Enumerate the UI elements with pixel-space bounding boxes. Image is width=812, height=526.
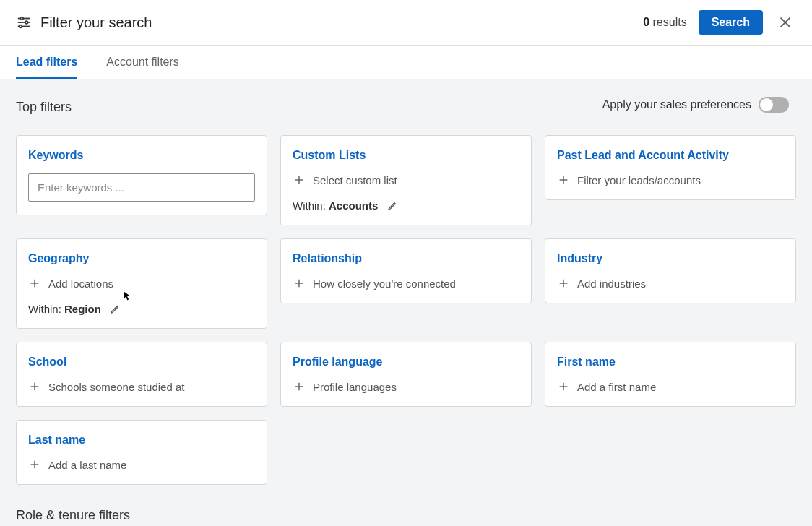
results-count: 0 bbox=[643, 16, 649, 28]
last-name-add[interactable]: Add a last name bbox=[28, 458, 255, 471]
pencil-icon[interactable] bbox=[386, 200, 398, 212]
card-first-name: First name Add a first name bbox=[545, 342, 796, 407]
header-left: Filter your search bbox=[16, 14, 152, 31]
industry-add-label: Add industries bbox=[577, 277, 646, 290]
plus-icon bbox=[557, 173, 570, 186]
card-title-keywords: Keywords bbox=[28, 149, 255, 162]
results-label: results bbox=[653, 16, 687, 28]
apply-preferences-label: Apply your sales preferences bbox=[602, 98, 751, 111]
within-value: Accounts bbox=[329, 199, 378, 212]
relationship-add-label: How closely you're connected bbox=[313, 277, 456, 290]
card-custom-lists: Custom Lists Select custom list Within: … bbox=[280, 135, 532, 225]
results-text: 0 results bbox=[643, 16, 686, 29]
plus-icon bbox=[28, 458, 41, 471]
filter-grid: Keywords Custom Lists Select custom list… bbox=[16, 135, 796, 485]
svg-point-1 bbox=[20, 17, 23, 20]
custom-lists-add[interactable]: Select custom list bbox=[293, 173, 519, 186]
card-title-profile-language: Profile language bbox=[293, 355, 519, 368]
geography-add-label: Add locations bbox=[48, 277, 113, 290]
profile-language-add-label: Profile languages bbox=[313, 381, 397, 393]
past-activity-add[interactable]: Filter your leads/accounts bbox=[557, 173, 784, 186]
card-title-past-activity: Past Lead and Account Activity bbox=[557, 149, 784, 162]
tab-lead-filters[interactable]: Lead filters bbox=[16, 46, 77, 79]
school-add[interactable]: Schools someone studied at bbox=[28, 380, 255, 393]
content: Top filters Apply your sales preferences… bbox=[0, 79, 812, 526]
tabs: Lead filters Account filters bbox=[0, 46, 812, 79]
card-title-relationship: Relationship bbox=[293, 252, 519, 265]
toggle-knob bbox=[760, 98, 773, 111]
header-right: 0 results Search bbox=[643, 10, 796, 35]
keywords-input[interactable] bbox=[28, 173, 255, 202]
section-title-role-tenure: Role & tenure filters bbox=[16, 508, 796, 523]
card-title-geography: Geography bbox=[28, 252, 255, 265]
industry-add[interactable]: Add industries bbox=[557, 277, 784, 290]
search-button[interactable]: Search bbox=[699, 10, 763, 35]
school-add-label: Schools someone studied at bbox=[48, 381, 184, 393]
plus-icon bbox=[557, 380, 570, 393]
custom-lists-add-label: Select custom list bbox=[313, 174, 397, 186]
within-label: Within: bbox=[28, 303, 61, 315]
card-title-industry: Industry bbox=[557, 252, 784, 265]
plus-icon bbox=[28, 277, 41, 290]
profile-language-add[interactable]: Profile languages bbox=[293, 380, 519, 393]
prefs-row: Top filters Apply your sales preferences bbox=[16, 94, 796, 115]
card-industry: Industry Add industries bbox=[545, 238, 796, 303]
tab-account-filters[interactable]: Account filters bbox=[106, 46, 178, 79]
card-last-name: Last name Add a last name bbox=[16, 420, 267, 485]
close-button[interactable] bbox=[774, 12, 796, 33]
card-profile-language: Profile language Profile languages bbox=[280, 342, 532, 407]
within-value: Region bbox=[64, 303, 101, 315]
card-title-custom-lists: Custom Lists bbox=[293, 149, 519, 162]
plus-icon bbox=[293, 173, 306, 186]
apply-preferences: Apply your sales preferences bbox=[602, 97, 789, 113]
past-activity-add-label: Filter your leads/accounts bbox=[577, 174, 701, 186]
plus-icon bbox=[293, 380, 306, 393]
geography-within: Within: Region bbox=[28, 303, 255, 315]
pencil-icon[interactable] bbox=[110, 303, 121, 315]
card-title-school: School bbox=[28, 355, 255, 368]
relationship-add[interactable]: How closely you're connected bbox=[293, 277, 519, 290]
geography-add[interactable]: Add locations bbox=[28, 277, 255, 290]
custom-lists-within: Within: Accounts bbox=[293, 199, 519, 212]
page-title: Filter your search bbox=[40, 14, 152, 31]
first-name-add-label: Add a first name bbox=[577, 381, 656, 393]
card-keywords: Keywords bbox=[16, 135, 267, 215]
card-relationship: Relationship How closely you're connecte… bbox=[280, 238, 532, 303]
within-label: Within: bbox=[293, 199, 326, 212]
card-title-last-name: Last name bbox=[28, 434, 255, 447]
card-school: School Schools someone studied at bbox=[16, 342, 267, 407]
first-name-add[interactable]: Add a first name bbox=[557, 380, 784, 393]
plus-icon bbox=[557, 277, 570, 290]
svg-point-5 bbox=[20, 25, 22, 28]
plus-icon bbox=[28, 380, 41, 393]
card-past-activity: Past Lead and Account Activity Filter yo… bbox=[545, 135, 796, 200]
header: Filter your search 0 results Search bbox=[0, 0, 812, 46]
last-name-add-label: Add a last name bbox=[48, 459, 126, 471]
card-title-first-name: First name bbox=[557, 355, 784, 368]
apply-preferences-toggle[interactable] bbox=[759, 97, 789, 113]
plus-icon bbox=[293, 277, 306, 290]
section-title-top-filters: Top filters bbox=[16, 100, 72, 115]
card-geography: Geography Add locations Within: Region bbox=[16, 238, 267, 329]
filter-sliders-icon bbox=[16, 14, 32, 30]
svg-point-3 bbox=[25, 21, 28, 24]
